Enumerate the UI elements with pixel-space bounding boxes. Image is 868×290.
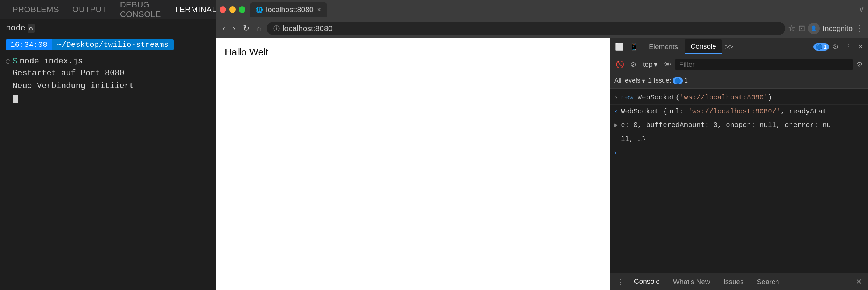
devtools-panel: ⬜ 📱 Elements Console >> 🔵 1 ⚙ ⋮: [610, 38, 868, 290]
devtools-tab-console[interactable]: Console: [685, 39, 722, 54]
browser-url-text: localhost:8080: [283, 24, 332, 33]
terminal-node-line: node ⚙: [6, 24, 210, 33]
tab-problems[interactable]: PROBLEMS: [6, 0, 66, 20]
console-string-url: 'ws://localhost:8080': [680, 93, 768, 101]
devtools-device-btn[interactable]: 📱: [627, 41, 641, 52]
devtools-bottom-tab-issues[interactable]: Issues: [717, 275, 749, 289]
browser-tab-chevron-icon[interactable]: ∨: [858, 5, 864, 14]
terminal-path: ~/Desktop/twilio-streams: [52, 39, 174, 50]
terminal-prompt: 16:34:08 ~/Desktop/twilio-streams: [6, 39, 210, 50]
devtools-bottom-bar: ⋮ Console What's New Issues Search ✕: [610, 273, 868, 290]
terminal-time: 16:34:08: [6, 39, 52, 50]
devtools-tab-elements[interactable]: Elements: [643, 40, 684, 54]
browser-more-btn[interactable]: ⋮: [855, 24, 864, 33]
devtools-toolbar: 🚫 ⊘ top ▾ 👁 ⚙: [610, 56, 868, 73]
console-entry-2: ‹ WebSocket {url: 'ws://localhost:8080/'…: [610, 105, 868, 119]
browser-back-btn[interactable]: ‹: [220, 22, 227, 35]
browser-url-bar[interactable]: ⓘ localhost:8080: [267, 22, 785, 35]
console-arrow-3: ▶: [614, 120, 618, 130]
browser-nav-bar: ‹ › ↻ ⌂ ⓘ localhost:8080 ☆ ⊡ 👤 Incognito…: [216, 19, 868, 38]
browser-home-btn[interactable]: ⌂: [255, 22, 264, 35]
browser-forward-btn[interactable]: ›: [230, 22, 237, 35]
browser-area: 🌐 localhost:8080 ✕ ＋ ∨ ‹ › ↻ ⌂ ⓘ localho…: [216, 0, 868, 290]
devtools-levels-label: All levels: [614, 77, 640, 84]
terminal-output-line-2: Neue Verbindung initiiert: [13, 80, 210, 93]
console-prompt-line[interactable]: ›: [610, 146, 868, 159]
console-text-4: ll, …}: [621, 134, 864, 145]
devtools-right-icons: 🔵 1 ⚙ ⋮ ✕: [813, 41, 866, 52]
terminal-output: Gestartet auf Port 8080 Neue Verbindung …: [13, 67, 210, 106]
terminal-circle-indicator: [6, 59, 10, 64]
console-text-1: new WebSocket('ws://localhost:8080'): [621, 92, 864, 103]
browser-extension-btn[interactable]: 👤: [808, 23, 820, 34]
terminal-node-text: node: [6, 24, 25, 33]
terminal-command-line: $ node index.js: [6, 57, 210, 66]
vscode-tabs: PROBLEMS OUTPUT DEBUG CONSOLE TERMINAL: [0, 0, 216, 19]
console-entry-4: ▶ ll, …}: [610, 132, 868, 146]
tab-terminal[interactable]: TERMINAL: [168, 0, 223, 20]
traffic-light-yellow[interactable]: [229, 6, 236, 13]
console-text-3: e: 0, bufferedAmount: 0, onopen: null, o…: [621, 120, 864, 131]
devtools-block-btn[interactable]: ⊘: [628, 59, 638, 70]
browser-tab-globe-icon: 🌐: [256, 6, 263, 13]
devtools-bottom-tab-console[interactable]: Console: [628, 275, 666, 289]
devtools-levels-btn[interactable]: All levels ▾: [614, 77, 645, 85]
console-fn-name: WebSocket(: [638, 93, 680, 101]
devtools-top-label: top: [643, 61, 652, 69]
devtools-filter-settings-btn[interactable]: ⚙: [854, 59, 865, 70]
devtools-bottom-more-btn[interactable]: ⋮: [614, 276, 627, 288]
devtools-left-icons: ⬜ 📱: [613, 41, 641, 52]
devtools-issue-badge-count: 1: [684, 77, 688, 84]
tab-output[interactable]: OUTPUT: [66, 0, 113, 20]
terminal-output-line-1: Gestartet auf Port 8080: [13, 67, 210, 80]
devtools-close-btn[interactable]: ✕: [855, 41, 866, 52]
browser-reload-btn[interactable]: ↻: [241, 22, 252, 35]
terminal-command: node index.js: [20, 57, 83, 66]
devtools-bottom-tab-search[interactable]: Search: [751, 275, 785, 289]
devtools-issue-badge-icon: 🔵: [673, 77, 683, 84]
traffic-light-green[interactable]: [239, 6, 245, 13]
console-entry-1: › new WebSocket('ws://localhost:8080'): [610, 91, 868, 105]
browser-tab-localhost[interactable]: 🌐 localhost:8080 ✕: [250, 2, 327, 17]
devtools-top-chevron-icon: ▾: [654, 60, 658, 69]
console-keyword-new: new: [621, 93, 638, 101]
page-content: Hallo Welt: [216, 38, 610, 290]
devtools-eye-btn[interactable]: 👁: [662, 59, 673, 70]
browser-new-tab-btn[interactable]: ＋: [329, 2, 343, 17]
devtools-bottom-tab-whats-new[interactable]: What's New: [667, 275, 716, 289]
console-text-2: WebSocket {url: 'ws://localhost:8080/', …: [621, 106, 864, 117]
browser-chrome: 🌐 localhost:8080 ✕ ＋ ∨ ‹ › ↻ ⌂ ⓘ localho…: [216, 0, 868, 38]
console-arrow-1: ›: [614, 92, 618, 103]
browser-body: Hallo Welt ⬜ 📱 Elements Console >>: [216, 38, 868, 290]
terminal-cursor: [13, 95, 18, 103]
devtools-levels-chevron-icon: ▾: [642, 77, 645, 85]
browser-tab-close-btn[interactable]: ✕: [316, 6, 321, 13]
terminal-cursor-line: [13, 93, 210, 106]
console-entry-3: ▶ e: 0, bufferedAmount: 0, onopen: null,…: [610, 118, 868, 132]
devtools-top-btn[interactable]: top ▾: [640, 59, 661, 70]
devtools-settings-btn[interactable]: ⚙: [830, 41, 841, 52]
browser-info-icon: ⓘ: [273, 24, 280, 33]
browser-bookmark-btn[interactable]: ☆: [788, 24, 795, 33]
traffic-light-red[interactable]: [220, 6, 226, 13]
traffic-lights: [220, 6, 245, 13]
devtools-chevron-btn[interactable]: >>: [723, 41, 735, 52]
console-output: › new WebSocket('ws://localhost:8080') ‹…: [610, 89, 868, 273]
devtools-more-btn[interactable]: ⋮: [843, 41, 854, 52]
console-arrow-2: ‹: [614, 106, 618, 117]
devtools-levels-bar: All levels ▾ 1 Issue: 🔵 1: [610, 73, 868, 89]
devtools-inspect-btn[interactable]: ⬜: [613, 41, 626, 52]
browser-tab-title: localhost:8080: [266, 6, 314, 14]
console-prompt-icon: ›: [614, 148, 616, 156]
devtools-issue-text: 1 Issue:: [648, 77, 671, 84]
browser-tabs-bar: 🌐 localhost:8080 ✕ ＋ ∨: [216, 0, 868, 19]
devtools-no-entry-btn[interactable]: 🚫: [613, 59, 627, 70]
devtools-filter-input[interactable]: [675, 59, 853, 70]
devtools-issues-badge[interactable]: 🔵 1: [813, 43, 829, 51]
terminal-node-icon: ⚙: [28, 24, 35, 33]
devtools-bottom-close-btn[interactable]: ✕: [853, 276, 864, 288]
browser-incognito-label: Incognito: [823, 24, 853, 33]
browser-split-btn[interactable]: ⊡: [798, 24, 805, 33]
devtools-badge-icon: 🔵: [816, 44, 823, 50]
terminal-dollar: $: [13, 57, 17, 66]
